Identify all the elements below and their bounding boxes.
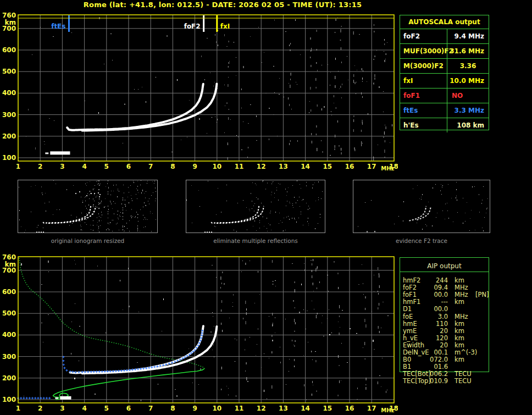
x-tick-label: 2 [38, 163, 42, 170]
autoscala-label: M(3000)F2 [403, 59, 444, 73]
thumbnail-trace [217, 206, 264, 223]
aip-row-h_vE: h_vE120km [400, 334, 531, 341]
x-mode-trace [82, 327, 217, 373]
x-axis-unit: MHz [381, 407, 394, 413]
y-axis-unit: km [5, 19, 16, 26]
aip-label: ymE [403, 327, 417, 335]
aip-label: hmE [403, 320, 417, 328]
y-tick-label: 100 [2, 396, 16, 403]
y-tick-label: 500 [2, 309, 16, 317]
aip-header-divider [400, 272, 489, 272]
aip-value: 09.4 [416, 284, 448, 291]
aip-row-B0: B0072.0km [400, 356, 531, 363]
autoscala-label: ftEs [403, 103, 418, 118]
aip-unit: TECU [455, 370, 472, 378]
aip-value: 006.2 [416, 370, 448, 378]
aip-row-Ewidth: Ewidth20km [400, 341, 531, 348]
aip-unit: km [455, 356, 464, 363]
y-tick-label: 760 [2, 12, 16, 19]
x-tick-label: 11 [235, 163, 244, 170]
ionogram-app: { "title": "Rome (lat: +41.8, lon: 012.5… [0, 0, 532, 415]
aip-row-foF2: foF209.4MHz [400, 284, 531, 291]
aip-value: 244 [416, 276, 448, 284]
aip-value: 072.0 [416, 356, 448, 363]
y-tick-label: 760 [2, 253, 16, 261]
x-tick-label: 10 [212, 405, 221, 412]
x-tick-label: 11 [235, 405, 244, 412]
autoscala-label: foF1 [403, 88, 420, 103]
aip-label: D1 [403, 305, 412, 313]
x-tick-label: 15 [323, 163, 332, 170]
plot-border [18, 257, 394, 403]
aip-row-D1: D100.0 [400, 305, 531, 312]
thumbnail-trace [409, 206, 426, 221]
aip-value: 00.0 [416, 305, 448, 313]
restored-trace-markers [62, 330, 203, 374]
fxI-marker-label: fxI [220, 23, 230, 30]
foF2-marker-label: foF2 [184, 23, 201, 30]
y-tick-label: 600 [2, 288, 16, 296]
aip-value: 20 [416, 327, 448, 335]
x-tick-label: 3 [60, 405, 64, 412]
x-tick-label: 12 [257, 405, 266, 412]
aip-header: AIP output [400, 262, 489, 270]
aip-row-hmF1: hmF1---km [400, 298, 531, 305]
x-tick-label: 14 [301, 163, 310, 170]
aip-value: 010.9 [416, 377, 448, 385]
sporadic-e-echo [50, 151, 70, 154]
y-tick-label: 500 [2, 68, 16, 75]
autoscala-value: 31.6 MHz [447, 44, 489, 58]
aip-value: --- [416, 298, 448, 306]
x-mode-trace [82, 84, 217, 131]
x-tick-label: 1 [16, 163, 20, 170]
autoscala-row-MUF(3000)F2: MUF(3000)F231.6 MHz [400, 43, 489, 58]
autoscala-table: AUTOSCALA output foF29.4 MHzMUF(3000)F23… [400, 15, 489, 130]
aip-value: 01.6 [416, 363, 448, 370]
sporadic-e-echo [55, 397, 58, 399]
thumbnail-original-ionogram [18, 180, 158, 233]
autoscala-value: 9.4 MHz [447, 29, 489, 43]
x-tick-label: 9 [192, 405, 197, 412]
aip-row-hmF2: hmF2244km [400, 276, 531, 284]
autoscala-row-foF2: foF29.4 MHz [400, 29, 489, 43]
thumbnail-plot [353, 180, 489, 233]
y-tick-label: 300 [2, 353, 16, 361]
x-tick-label: 5 [104, 163, 109, 170]
autoscala-value: NO [447, 88, 489, 103]
y-axis-unit: km [5, 261, 16, 268]
x-tick-label: 6 [126, 405, 131, 412]
restored-es-markers [17, 397, 51, 399]
thumbnail-trace [43, 206, 91, 223]
x-tick-label: 16 [345, 405, 354, 412]
x-tick-label: 17 [367, 163, 376, 170]
autoscala-row-h'Es: h'Es108 km [400, 118, 489, 132]
aip-label: B1 [403, 363, 411, 370]
x-tick-label: 7 [148, 163, 153, 170]
aip-unit: TECU [455, 377, 472, 385]
aip-row-TEC[Top]: TEC[Top]010.9TECU [400, 377, 531, 384]
station-title: Rome (lat: +41.8, lon: 012.5) - DATE: 20… [0, 1, 445, 9]
autoscala-value: 108 km [447, 118, 489, 132]
aip-value: 00.1 [416, 348, 448, 356]
thumbnail-plot [18, 180, 156, 233]
x-tick-label: 16 [345, 163, 354, 170]
x-tick-label: 8 [170, 405, 175, 412]
x-tick-label: 2 [38, 405, 42, 412]
y-tick-label: 200 [2, 374, 16, 382]
autoscala-row-fxI: fxI10.0 MHz [400, 73, 489, 88]
y-tick-label: 200 [2, 132, 16, 140]
x-tick-label: 12 [257, 163, 266, 170]
electron-density-profile-topside [19, 258, 204, 368]
autoscala-label: h'Es [403, 118, 419, 132]
y-tick-label: 400 [2, 89, 16, 97]
autoscala-row-foF1: foF1NO [400, 88, 489, 103]
x-tick-label: 13 [279, 405, 288, 412]
thumbnail-evidence-f2-trace [353, 180, 490, 233]
aip-row-DelN_vE: DelN_vE00.1m^(-3) [400, 348, 531, 356]
x-tick-label: 1 [16, 405, 20, 412]
aip-value: 3.0 [416, 313, 448, 320]
x-axis-unit: MHz [381, 165, 394, 171]
x-tick-label: 3 [60, 163, 64, 170]
x-tick-label: 15 [323, 405, 332, 412]
x-tick-label: 10 [212, 163, 221, 170]
